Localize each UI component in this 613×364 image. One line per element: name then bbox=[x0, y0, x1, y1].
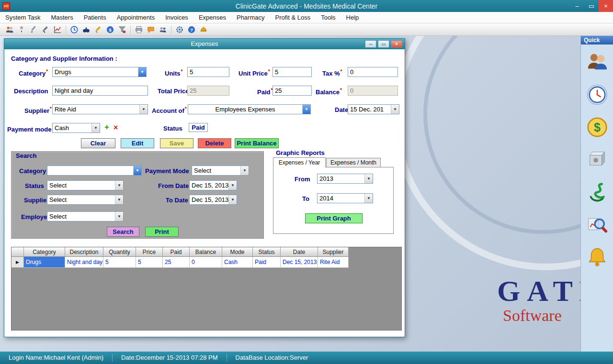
search-reports-icon[interactable] bbox=[586, 214, 608, 236]
cell-paid[interactable]: 25 bbox=[163, 257, 190, 268]
child-close-button[interactable]: × bbox=[391, 40, 402, 48]
cell-supplier[interactable]: Rite Aid bbox=[318, 257, 349, 268]
category-select[interactable]: Drugs ▼ bbox=[52, 67, 147, 77]
delete-button[interactable]: Delete bbox=[198, 138, 231, 148]
col-category[interactable]: Category bbox=[24, 247, 65, 257]
cell-quantity[interactable]: 5 bbox=[103, 257, 136, 268]
menu-system-task[interactable]: System Task bbox=[0, 12, 45, 23]
cell-category[interactable]: Drugs bbox=[24, 257, 65, 268]
cell-balance[interactable]: 0 bbox=[190, 257, 222, 268]
menu-pharmacy[interactable]: Pharmacy bbox=[231, 12, 270, 23]
minimize-button[interactable]: – bbox=[570, 0, 584, 12]
expenses-grid[interactable]: Category Description Quantity Price Paid… bbox=[11, 247, 402, 331]
tax-input[interactable] bbox=[348, 67, 398, 77]
patients-icon[interactable] bbox=[5, 25, 14, 34]
search-from-date-picker[interactable]: Dec 15, 2013 ▼ bbox=[189, 180, 237, 190]
reception-icon[interactable] bbox=[586, 51, 608, 73]
tab-expenses-month[interactable]: Expenses / Month bbox=[326, 158, 381, 167]
table-row[interactable]: ▶ Drugs Night and day 5 5 25 0 Cash Paid… bbox=[11, 257, 401, 268]
save-button[interactable]: Save bbox=[160, 138, 193, 148]
menu-appointments[interactable]: Appointments bbox=[112, 12, 160, 23]
payment-mode-select[interactable]: Cash ▼ bbox=[52, 123, 100, 133]
cell-mode[interactable]: Cash bbox=[222, 257, 253, 268]
injection-icon[interactable] bbox=[93, 25, 103, 34]
unit-price-input[interactable] bbox=[272, 67, 312, 77]
tax-label: Tax %* bbox=[322, 69, 342, 77]
col-quantity[interactable]: Quantity bbox=[103, 247, 136, 257]
reminder-icon[interactable] bbox=[586, 246, 608, 268]
menu-profit-loss[interactable]: Profit & Loss bbox=[270, 12, 316, 23]
pharmacy-icon[interactable] bbox=[586, 181, 608, 203]
login-name-status: Login Name:Michael Kent (Admin) bbox=[0, 354, 112, 362]
filter-icon[interactable] bbox=[117, 25, 127, 34]
search-button[interactable]: Search bbox=[107, 227, 139, 237]
billing-icon[interactable]: $ bbox=[586, 116, 608, 138]
search-category-select[interactable]: ▼ bbox=[47, 165, 142, 176]
cell-price[interactable]: 5 bbox=[136, 257, 163, 268]
pen-icon[interactable] bbox=[29, 25, 38, 34]
units-input[interactable] bbox=[187, 67, 229, 77]
staff-icon[interactable] bbox=[158, 25, 168, 34]
maximize-button[interactable]: ▭ bbox=[584, 0, 599, 12]
clock-icon[interactable] bbox=[586, 84, 608, 106]
printer-icon[interactable] bbox=[134, 25, 144, 34]
syringe-icon[interactable] bbox=[41, 25, 50, 34]
toolbar-separator bbox=[66, 25, 66, 34]
menu-help[interactable]: Help bbox=[341, 12, 364, 23]
status-label: Status bbox=[163, 125, 182, 132]
print-balance-button[interactable]: Print Balance bbox=[235, 138, 279, 148]
cell-description[interactable]: Night and day bbox=[65, 257, 103, 268]
print-graph-button[interactable]: Print Graph bbox=[305, 213, 363, 223]
col-description[interactable]: Description bbox=[65, 247, 103, 257]
col-paid[interactable]: Paid bbox=[163, 247, 190, 257]
chat-icon[interactable] bbox=[146, 25, 156, 34]
menu-masters[interactable]: Masters bbox=[45, 12, 78, 23]
help-icon[interactable]: ? bbox=[187, 25, 196, 34]
clock-icon[interactable] bbox=[69, 25, 79, 34]
col-price[interactable]: Price bbox=[136, 247, 163, 257]
search-status-select[interactable]: Select ▼ bbox=[47, 180, 124, 190]
doctor-icon[interactable] bbox=[17, 25, 26, 34]
date-picker[interactable]: 15 Dec. 201 ▼ bbox=[348, 104, 399, 114]
search-payment-mode-select[interactable]: Select ▼ bbox=[192, 165, 249, 176]
chart-icon[interactable] bbox=[53, 25, 62, 34]
grid-header-row: Category Description Quantity Price Paid… bbox=[11, 247, 401, 257]
menu-patients[interactable]: Patients bbox=[79, 12, 112, 23]
description-input[interactable] bbox=[52, 86, 148, 96]
clear-button[interactable]: Clear bbox=[81, 138, 115, 148]
delete-payment-mode-icon[interactable]: × bbox=[114, 123, 118, 132]
lamp-icon[interactable] bbox=[199, 25, 208, 34]
cell-status[interactable]: Paid bbox=[253, 257, 281, 268]
col-status[interactable]: Status bbox=[253, 247, 281, 257]
add-payment-mode-icon[interactable]: + bbox=[104, 123, 109, 131]
tab-expenses-year[interactable]: Expenses / Year bbox=[273, 157, 326, 167]
child-minimize-button[interactable]: ─ bbox=[365, 40, 376, 48]
binoculars-icon[interactable] bbox=[81, 25, 91, 34]
close-button[interactable]: × bbox=[599, 0, 613, 12]
menu-tools[interactable]: Tools bbox=[316, 12, 341, 23]
search-print-button[interactable]: Print bbox=[145, 227, 179, 237]
search-supplier-select[interactable]: Select ▼ bbox=[47, 195, 124, 205]
menu-invoices[interactable]: Invoices bbox=[160, 12, 193, 23]
col-balance[interactable]: Balance bbox=[190, 247, 222, 257]
payments-icon[interactable]: $ bbox=[105, 25, 115, 34]
search-to-date-picker[interactable]: Dec 15, 2013 ▼ bbox=[189, 195, 237, 205]
row-indicator-icon[interactable]: ▶ bbox=[11, 257, 24, 268]
menu-expenses[interactable]: Expenses bbox=[193, 12, 231, 23]
expenses-titlebar[interactable]: Expenses ─ ▭ × bbox=[4, 39, 405, 49]
col-mode[interactable]: Mode bbox=[222, 247, 253, 257]
edit-button[interactable]: Edit bbox=[121, 138, 154, 148]
graph-to-select[interactable]: 2014 ▼ bbox=[317, 193, 373, 203]
child-maximize-button[interactable]: ▭ bbox=[378, 40, 389, 48]
paid-input[interactable] bbox=[272, 86, 312, 96]
backup-icon[interactable] bbox=[586, 149, 608, 171]
search-employee-select[interactable]: Select ▼ bbox=[47, 211, 124, 221]
col-date[interactable]: Date bbox=[281, 247, 318, 257]
account-of-select[interactable]: Employees Expenses ▼ bbox=[188, 104, 311, 114]
cell-date[interactable]: Dec 15, 2013 bbox=[281, 257, 318, 268]
gear-icon[interactable] bbox=[175, 25, 184, 34]
col-supplier[interactable]: Supplier bbox=[318, 247, 349, 257]
unit-price-label: Unit Price* bbox=[238, 69, 270, 77]
graph-from-select[interactable]: 2013 ▼ bbox=[317, 174, 373, 184]
supplier-select[interactable]: Rite Aid ▼ bbox=[52, 104, 148, 114]
